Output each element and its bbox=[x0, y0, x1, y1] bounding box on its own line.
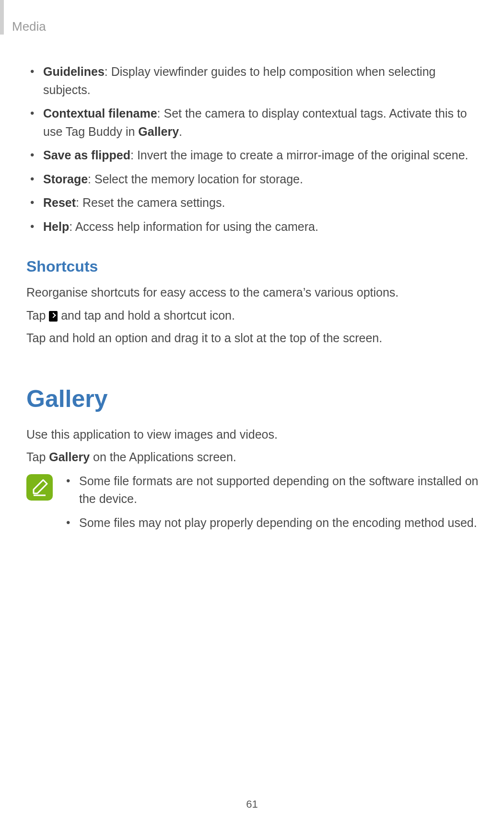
setting-desc: : Invert the image to create a mirror-im… bbox=[130, 148, 469, 162]
body-text: Tap and hold an option and drag it to a … bbox=[26, 329, 485, 347]
list-item: Help: Access help information for using … bbox=[26, 218, 485, 236]
heading-gallery: Gallery bbox=[26, 381, 485, 417]
note-pencil-icon bbox=[26, 474, 53, 501]
page-number: 61 bbox=[0, 798, 504, 811]
list-item: Storage: Select the memory location for … bbox=[26, 170, 485, 189]
subheading-shortcuts: Shortcuts bbox=[26, 255, 485, 278]
list-item: Some files may not play properly dependi… bbox=[62, 514, 485, 532]
inline-bold: Gallery bbox=[49, 450, 90, 464]
setting-desc: : Select the memory location for storage… bbox=[88, 172, 303, 186]
list-item: Reset: Reset the camera settings. bbox=[26, 194, 485, 212]
list-item: Guidelines: Display viewfinder guides to… bbox=[26, 63, 485, 99]
page-content: Guidelines: Display viewfinder guides to… bbox=[26, 63, 485, 538]
body-text: Tap Gallery on the Applications screen. bbox=[26, 448, 485, 466]
text-fragment: Tap bbox=[26, 450, 49, 464]
body-text: Tap and tap and hold a shortcut icon. bbox=[26, 307, 485, 325]
setting-term: Storage bbox=[43, 172, 88, 186]
body-text: Reorganise shortcuts for easy access to … bbox=[26, 284, 485, 302]
note-bullet-list: Some file formats are not supported depe… bbox=[62, 472, 485, 538]
text-fragment: Tap bbox=[26, 309, 49, 322]
setting-term: Save as flipped bbox=[43, 148, 130, 162]
inline-bold: Gallery bbox=[138, 125, 179, 138]
note-block: Some file formats are not supported depe… bbox=[26, 472, 485, 538]
manual-page: Media Guidelines: Display viewfinder gui… bbox=[0, 0, 504, 825]
list-item: Contextual filename: Set the camera to d… bbox=[26, 105, 485, 141]
setting-term: Guidelines bbox=[43, 65, 105, 78]
settings-arrow-icon bbox=[49, 311, 58, 322]
text-fragment: on the Applications screen. bbox=[90, 450, 236, 464]
setting-term: Reset bbox=[43, 196, 76, 209]
body-text: Use this application to view images and … bbox=[26, 426, 485, 444]
settings-bullet-list: Guidelines: Display viewfinder guides to… bbox=[26, 63, 485, 236]
note-text: Some files may not play properly dependi… bbox=[79, 516, 477, 529]
list-item: Some file formats are not supported depe… bbox=[62, 472, 485, 508]
running-header: Media bbox=[12, 19, 485, 34]
list-item: Save as flipped: Invert the image to cre… bbox=[26, 146, 485, 165]
text-fragment: and tap and hold a shortcut icon. bbox=[58, 309, 235, 322]
setting-desc: : Reset the camera settings. bbox=[76, 196, 225, 209]
setting-desc-tail: . bbox=[179, 125, 182, 138]
setting-term: Contextual filename bbox=[43, 107, 157, 120]
setting-term: Help bbox=[43, 220, 69, 233]
note-text: Some file formats are not supported depe… bbox=[79, 474, 478, 506]
section-tab bbox=[0, 0, 4, 35]
setting-desc: : Access help information for using the … bbox=[69, 220, 318, 233]
